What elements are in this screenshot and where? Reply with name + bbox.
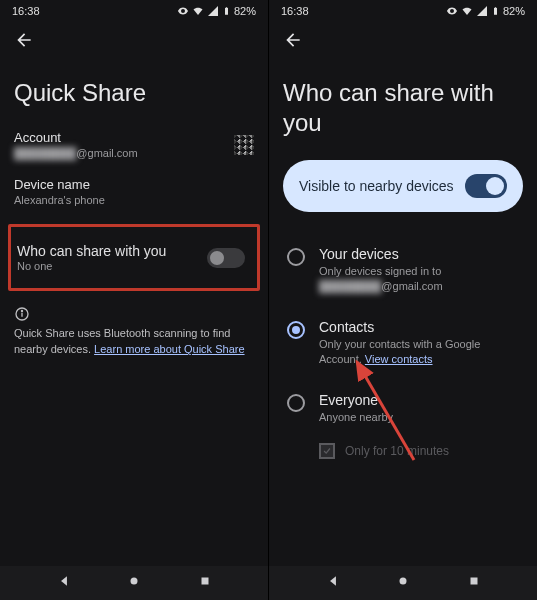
account-label: Account bbox=[14, 130, 138, 145]
view-contacts-link[interactable]: View contacts bbox=[365, 353, 433, 365]
nav-bar bbox=[269, 566, 537, 600]
status-icons: 82% bbox=[177, 4, 256, 18]
battery-percent: 82% bbox=[503, 5, 525, 17]
eye-icon bbox=[177, 5, 189, 17]
account-email-domain: @gmail.com bbox=[76, 147, 137, 159]
battery-percent: 82% bbox=[234, 5, 256, 17]
opt-title: Your devices bbox=[319, 246, 443, 262]
back-icon[interactable] bbox=[14, 36, 34, 53]
share-toggle[interactable] bbox=[207, 248, 245, 268]
radio-icon[interactable] bbox=[287, 394, 305, 412]
svg-point-3 bbox=[131, 578, 138, 585]
signal-icon bbox=[476, 5, 488, 17]
nav-recent-icon[interactable] bbox=[467, 574, 481, 592]
status-icons: 82% bbox=[446, 4, 525, 18]
option-everyone[interactable]: Everyone Anyone nearby bbox=[283, 384, 523, 441]
eye-icon bbox=[446, 5, 458, 17]
status-bar: 16:38 82% bbox=[0, 0, 268, 20]
status-time: 16:38 bbox=[281, 5, 309, 17]
wifi-icon bbox=[461, 5, 473, 17]
nav-back-icon[interactable] bbox=[57, 574, 71, 592]
svg-point-6 bbox=[400, 578, 407, 585]
who-can-share-row[interactable]: Who can share with you No one bbox=[17, 233, 251, 282]
screen-quick-share: 16:38 82% Quick Share Account ████████@g… bbox=[0, 0, 268, 600]
account-row[interactable]: Account ████████@gmail.com bbox=[14, 130, 254, 159]
avatar bbox=[234, 135, 254, 155]
status-bar: 16:38 82% bbox=[269, 0, 537, 20]
svg-rect-7 bbox=[470, 578, 477, 585]
opt-title: Everyone bbox=[319, 392, 393, 408]
nav-bar bbox=[0, 566, 268, 600]
nav-back-icon[interactable] bbox=[326, 574, 340, 592]
svg-rect-4 bbox=[201, 578, 208, 585]
device-label: Device name bbox=[14, 177, 254, 192]
back-icon[interactable] bbox=[283, 36, 303, 53]
option-your-devices[interactable]: Your devices Only devices signed in to █… bbox=[283, 238, 523, 311]
option-contacts[interactable]: Contacts Only your contacts with a Googl… bbox=[283, 311, 523, 384]
page-title: Quick Share bbox=[14, 78, 254, 108]
learn-more-link[interactable]: Learn more about Quick Share bbox=[94, 343, 244, 355]
radio-icon[interactable] bbox=[287, 248, 305, 266]
visibility-pill[interactable]: Visible to nearby devices bbox=[283, 160, 523, 212]
account-email-masked: ████████ bbox=[14, 147, 76, 159]
wifi-icon bbox=[192, 5, 204, 17]
share-title: Who can share with you bbox=[17, 243, 207, 259]
info-row bbox=[14, 305, 254, 326]
nav-home-icon[interactable] bbox=[396, 574, 410, 592]
info-text: Quick Share uses Bluetooth scanning to f… bbox=[14, 326, 254, 358]
svg-point-2 bbox=[21, 310, 22, 311]
page-title: Who can share with you bbox=[283, 78, 523, 138]
opt-sub: Anyone nearby bbox=[319, 410, 393, 425]
highlight-annotation: Who can share with you No one bbox=[8, 224, 260, 291]
signal-icon bbox=[207, 5, 219, 17]
share-sub: No one bbox=[17, 260, 207, 272]
checkbox-icon bbox=[319, 443, 335, 459]
battery-icon bbox=[222, 4, 231, 18]
pill-label: Visible to nearby devices bbox=[299, 178, 454, 194]
info-icon bbox=[14, 305, 30, 326]
device-name-row[interactable]: Device name Alexandra's phone bbox=[14, 177, 254, 206]
screen-share-options: 16:38 82% Who can share with you Visible… bbox=[268, 0, 537, 600]
radio-icon[interactable] bbox=[287, 321, 305, 339]
opt-title: Contacts bbox=[319, 319, 523, 335]
device-value: Alexandra's phone bbox=[14, 194, 254, 206]
battery-icon bbox=[491, 4, 500, 18]
nav-recent-icon[interactable] bbox=[198, 574, 212, 592]
visibility-toggle[interactable] bbox=[465, 174, 507, 198]
only-10-min-row: Only for 10 minutes bbox=[283, 441, 523, 459]
nav-home-icon[interactable] bbox=[127, 574, 141, 592]
status-time: 16:38 bbox=[12, 5, 40, 17]
checkbox-label: Only for 10 minutes bbox=[345, 444, 449, 458]
